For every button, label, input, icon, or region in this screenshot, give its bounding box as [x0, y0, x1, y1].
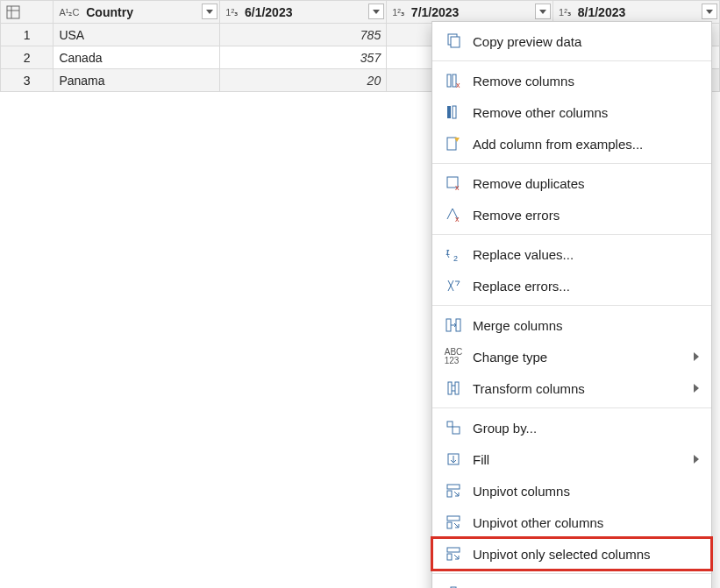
menu-unpivot-other-columns[interactable]: Unpivot other columns: [432, 507, 711, 538]
unpivot-icon: [443, 480, 464, 501]
select-all-corner[interactable]: [1, 1, 53, 24]
menu-group-by[interactable]: Group by...: [432, 412, 711, 443]
cell-value[interactable]: 785: [220, 24, 387, 46]
svg-rect-17: [446, 319, 451, 331]
row-number: 3: [1, 69, 53, 92]
svg-rect-26: [447, 516, 460, 521]
svg-text:x: x: [455, 183, 460, 191]
svg-rect-0: [7, 6, 19, 18]
svg-text:2: 2: [453, 254, 458, 262]
menu-separator: [432, 163, 711, 164]
submenu-arrow-icon: [694, 352, 699, 361]
cell-country[interactable]: Panama: [53, 69, 220, 92]
svg-rect-21: [447, 422, 453, 427]
menu-move[interactable]: Move: [432, 577, 711, 588]
transform-columns-icon: [443, 378, 464, 399]
remove-other-columns-icon: [443, 102, 464, 123]
copy-icon: [443, 31, 464, 52]
type-number-icon: 1²₃: [559, 7, 571, 18]
change-type-icon: ABC123: [443, 346, 464, 367]
replace-values-icon: 12: [443, 244, 464, 265]
svg-rect-27: [447, 522, 452, 528]
svg-text:x: x: [455, 215, 460, 223]
column-header-label: 6/1/2023: [245, 5, 293, 19]
svg-marker-11: [454, 138, 460, 142]
cell-country[interactable]: Canada: [53, 46, 220, 69]
replace-errors-icon: [443, 275, 464, 296]
svg-rect-8: [447, 106, 451, 118]
column-context-menu: Copy preview data x Remove columns Remov…: [431, 21, 712, 588]
column-filter-dropdown[interactable]: [368, 4, 384, 19]
svg-rect-29: [447, 554, 452, 560]
svg-rect-10: [447, 138, 456, 150]
column-header-date-1[interactable]: 1²₃ 6/1/2023: [220, 1, 387, 24]
menu-remove-columns[interactable]: x Remove columns: [432, 65, 711, 96]
table-icon: [6, 5, 20, 19]
menu-fill[interactable]: Fill: [432, 443, 711, 475]
remove-errors-icon: x: [443, 204, 464, 225]
menu-merge-columns[interactable]: Merge columns: [432, 309, 711, 341]
svg-rect-5: [447, 74, 451, 87]
menu-separator: [432, 305, 711, 306]
type-number-icon: 1²₃: [392, 7, 404, 18]
unpivot-selected-icon: [443, 543, 464, 564]
column-filter-dropdown[interactable]: [202, 4, 217, 19]
svg-rect-9: [453, 106, 456, 118]
column-header-country[interactable]: A¹₂C Country: [53, 1, 220, 24]
menu-separator: [432, 234, 711, 235]
cell-value[interactable]: 20: [220, 69, 387, 92]
svg-rect-24: [447, 485, 460, 489]
svg-rect-4: [451, 37, 460, 47]
add-column-examples-icon: [443, 133, 464, 154]
column-header-label: 7/1/2023: [411, 5, 460, 19]
svg-rect-18: [456, 319, 460, 331]
group-by-icon: [443, 417, 464, 438]
menu-separator: [432, 407, 711, 408]
column-header-label: Country: [86, 5, 133, 19]
row-number: 1: [1, 24, 53, 46]
fill-icon: [443, 449, 464, 470]
menu-unpivot-columns[interactable]: Unpivot columns: [432, 475, 711, 507]
menu-remove-duplicates[interactable]: x Remove duplicates: [432, 167, 711, 199]
column-header-date-2[interactable]: 1²₃ 7/1/2023: [387, 1, 553, 24]
menu-remove-other-columns[interactable]: Remove other columns: [432, 96, 711, 128]
cell-country[interactable]: USA: [53, 24, 220, 46]
remove-duplicates-icon: x: [443, 173, 464, 194]
svg-rect-20: [455, 382, 459, 394]
svg-text:x: x: [456, 81, 460, 89]
menu-transform-columns[interactable]: Transform columns: [432, 372, 711, 404]
remove-columns-icon: x: [443, 70, 464, 91]
svg-rect-22: [453, 427, 460, 434]
svg-rect-28: [447, 548, 460, 552]
type-number-icon: 1²₃: [225, 7, 238, 18]
unpivot-other-icon: [443, 512, 464, 533]
cell-value[interactable]: 357: [220, 46, 387, 69]
column-header-date-3[interactable]: 1²₃ 8/1/2023: [553, 1, 720, 24]
merge-columns-icon: [443, 315, 464, 336]
move-icon: [443, 583, 464, 588]
row-number: 2: [1, 46, 53, 69]
submenu-arrow-icon: [694, 455, 699, 464]
column-filter-dropdown[interactable]: [702, 4, 717, 19]
column-header-label: 8/1/2023: [578, 5, 626, 19]
submenu-arrow-icon: [694, 384, 699, 393]
menu-copy-preview-data[interactable]: Copy preview data: [432, 25, 711, 57]
menu-unpivot-only-selected-columns[interactable]: Unpivot only selected columns: [432, 538, 711, 570]
type-text-icon: A¹₂C: [59, 7, 79, 18]
svg-rect-19: [448, 382, 452, 394]
svg-rect-25: [447, 491, 452, 497]
menu-remove-errors[interactable]: x Remove errors: [432, 199, 711, 230]
menu-separator: [432, 573, 711, 574]
menu-change-type[interactable]: ABC123 Change type: [432, 341, 711, 372]
column-filter-dropdown[interactable]: [535, 4, 551, 19]
menu-add-column-from-examples[interactable]: Add column from examples...: [432, 128, 711, 159]
menu-separator: [432, 60, 711, 61]
menu-replace-values[interactable]: 12 Replace values...: [432, 238, 711, 270]
menu-replace-errors[interactable]: Replace errors...: [432, 270, 711, 301]
